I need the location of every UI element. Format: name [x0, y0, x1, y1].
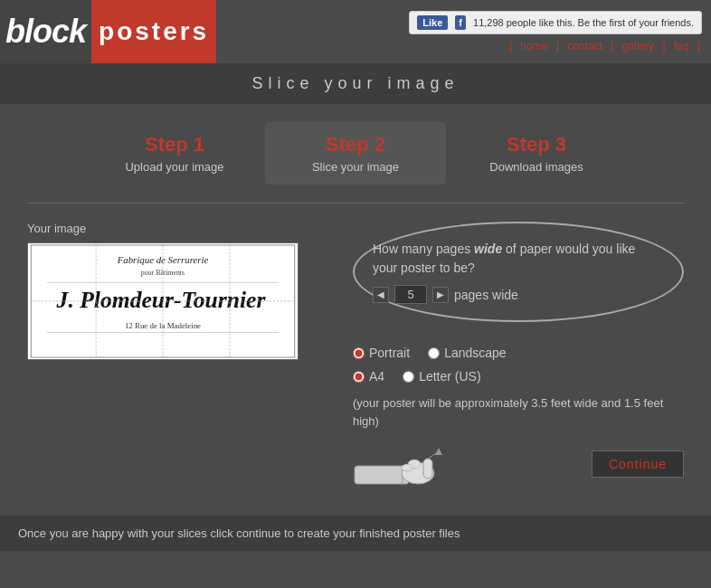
nav-home[interactable]: home [520, 40, 547, 52]
landscape-label: Landscape [444, 346, 507, 360]
letter-label: Letter (US) [419, 369, 480, 384]
vintage-poster-image: Fabrique de Serrurerie pour Bâtiments J.… [28, 243, 298, 359]
step-3-number: Step 3 [473, 133, 600, 156]
nav-faq[interactable]: faq [674, 40, 689, 52]
svg-point-17 [402, 464, 412, 471]
step-1: Step 1 Upload your image [84, 122, 265, 185]
step-2: Step 2 Slice your image [265, 122, 446, 185]
bottom-bar: Once you are happy with your slices clic… [0, 516, 711, 551]
pages-input-row: ◀ ▶ pages wide [373, 285, 655, 304]
svg-rect-12 [355, 466, 409, 484]
oval-container: How many pages wide of paper would you l… [353, 222, 684, 322]
letter-option[interactable]: Letter (US) [403, 369, 480, 384]
right-panel: How many pages wide of paper would you l… [353, 222, 684, 488]
a4-option[interactable]: A4 [353, 369, 384, 384]
svg-text:J. Plomdeur-Tournier: J. Plomdeur-Tournier [56, 287, 267, 313]
bottom-bar-text: Once you are happy with your slices clic… [18, 526, 460, 540]
fb-like-button[interactable]: Like [417, 15, 448, 30]
a4-radio[interactable] [353, 371, 365, 383]
hand-pointer-icon [353, 439, 461, 488]
step-1-number: Step 1 [111, 133, 238, 156]
image-container: Fabrique de Serrurerie pour Bâtiments J.… [27, 242, 299, 360]
portrait-radio[interactable] [353, 347, 365, 359]
logo-posters-text: posters [99, 17, 209, 46]
pages-increment-button[interactable]: ▶ [432, 287, 449, 303]
nav-links: | home | contact | gallery | faq | [507, 40, 702, 52]
header-right: Like f 11,298 people like this. Be the f… [400, 6, 711, 57]
step-1-label: Upload your image [111, 160, 238, 174]
fb-like-box: Like f 11,298 people like this. Be the f… [409, 11, 702, 34]
pages-unit-label: pages wide [454, 288, 518, 302]
pages-input[interactable] [394, 285, 427, 304]
pages-wide-question: How many pages wide of paper would you l… [373, 240, 655, 278]
page-title: Slice your image [0, 63, 711, 104]
nav-gallery[interactable]: gallery [622, 40, 654, 52]
logo-area: block posters [0, 0, 216, 63]
main-content: Your image Fabrique de Serrurerie pour B… [0, 204, 711, 507]
step-3: Step 3 Download images [446, 122, 627, 185]
landscape-radio[interactable] [428, 347, 440, 359]
paper-size-group: A4 Letter (US) [353, 369, 684, 384]
svg-rect-15 [423, 459, 432, 479]
svg-marker-19 [435, 448, 442, 455]
logo-block: block [0, 0, 91, 63]
nav-contact[interactable]: contact [567, 40, 602, 52]
fb-icon: f [455, 15, 466, 30]
a4-label: A4 [369, 369, 384, 384]
fb-count-text: 11,298 people like this. Be the first of… [473, 17, 694, 28]
poster-size-text: (your poster will be approximately 3.5 f… [353, 394, 684, 430]
step-2-number: Step 2 [292, 133, 419, 156]
step-2-label: Slice your image [292, 160, 419, 174]
letter-radio[interactable] [403, 371, 414, 383]
logo-posters: posters [91, 0, 216, 63]
portrait-label: Portrait [369, 346, 410, 360]
pages-decrement-button[interactable]: ◀ [373, 287, 389, 303]
steps-bar: Step 1 Upload your image Step 2 Slice yo… [0, 104, 711, 203]
orientation-radio-group: Portrait Landscape [353, 346, 684, 360]
header: block posters Like f 11,298 people like … [0, 0, 711, 63]
step-3-label: Download images [473, 160, 600, 174]
continue-button[interactable]: Continue [592, 450, 684, 478]
your-image-label: Your image [27, 222, 335, 235]
logo-block-text: block [5, 13, 86, 51]
portrait-option[interactable]: Portrait [353, 346, 410, 360]
landscape-option[interactable]: Landscape [428, 346, 507, 360]
svg-text:Fabrique de Serrurerie: Fabrique de Serrurerie [117, 254, 209, 265]
left-panel: Your image Fabrique de Serrurerie pour B… [27, 222, 335, 488]
pointer-continue-row: Continue [353, 439, 684, 488]
